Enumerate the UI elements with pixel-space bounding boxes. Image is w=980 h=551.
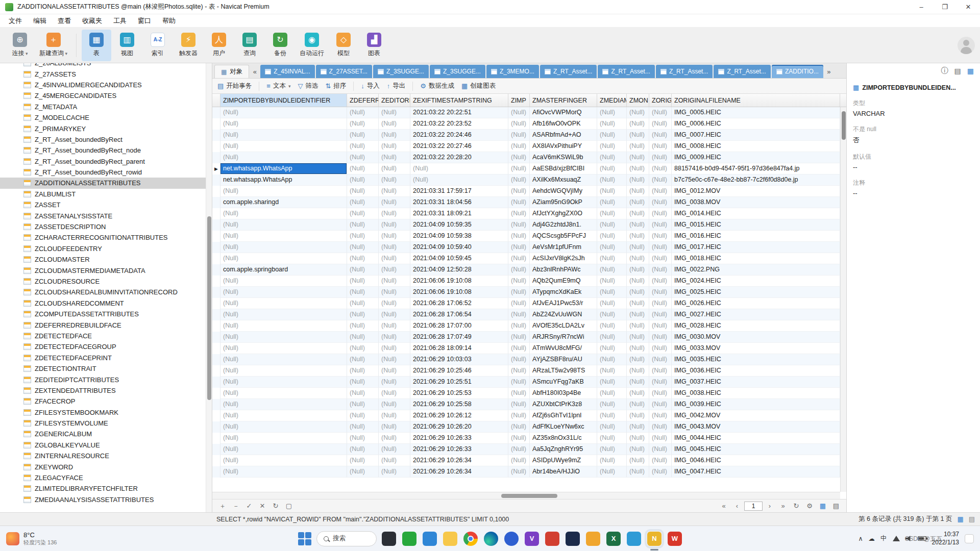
grid-cell[interactable]: (Null) [649,332,672,343]
grid-cell[interactable]: (Null) [597,365,627,377]
table-row[interactable]: (Null)(Null)(Null)2021:06:29 10:25:46(Nu… [212,365,840,377]
grid-cell[interactable]: 2021:06:29 10:26:34 [410,466,508,478]
grid-cell[interactable]: (Null) [508,433,530,444]
model-button[interactable]: ◇模型 [329,30,358,61]
grid-cell[interactable]: (Null) [649,298,672,309]
grid-cell[interactable]: (Null) [220,208,347,219]
tab-table[interactable]: Z_3SUGGE... [430,65,485,78]
grid-cell[interactable]: (Null) [597,186,627,197]
apply-changes-button[interactable]: ✓ [243,502,255,510]
grid-cell[interactable]: 2021:04:09 12:50:28 [410,264,508,276]
grid-cell[interactable]: (Null) [597,298,627,309]
grid-cell[interactable]: (Null) [508,208,530,219]
grid-cell[interactable]: (Null) [627,309,649,320]
grid-cell[interactable]: (Null) [410,163,508,174]
grid-cell[interactable]: IMG_0016.HEIC [672,231,840,242]
sidebar-item-table[interactable]: ZDETECTIONTRAIT [0,363,206,374]
table-row[interactable]: (Null)(Null)(Null)2021:04:09 10:59:45(Nu… [212,253,840,264]
grid-cell[interactable]: 2021:03:22 20:28:20 [410,152,508,163]
grid-cell[interactable]: (Null) [508,320,530,332]
grid-cell[interactable]: (Null) [379,163,410,174]
sidebar-item-table[interactable]: ZASSETDESCRIPTION [0,221,206,232]
grid-cell[interactable]: (Null) [649,421,672,433]
grid-cell[interactable]: (Null) [347,354,379,365]
grid-cell[interactable]: 2021:06:29 10:26:12 [410,410,508,421]
table-row[interactable]: (Null)(Null)(Null)2021:06:28 17:07:49(Nu… [212,332,840,343]
grid-cell[interactable]: IMG_0008.HEIC [672,141,840,152]
grid-cell[interactable]: (Null) [649,186,672,197]
grid-cell[interactable]: 2021:03:22 20:27:46 [410,141,508,152]
table-row[interactable]: (Null)(Null)(Null)2021:03:22 20:28:20(Nu… [212,152,840,163]
grid-cell[interactable]: (Null) [379,197,410,208]
table-row[interactable]: ▶net.whatsapp.WhatsApp(Null)(Null)(Null)… [212,163,840,174]
grid-cell[interactable]: AfJvEAJ1Pwc53/r [530,298,597,309]
grid-cell[interactable]: ASARbfmAd+AO [530,130,597,141]
grid-cell[interactable]: (Null) [627,354,649,365]
grid-cell[interactable]: (Null) [379,421,410,433]
grid-cell[interactable]: (Null) [597,152,627,163]
grid-cell[interactable]: IMG_0022.PNG [672,264,840,276]
grid-cell[interactable]: (Null) [508,365,530,377]
grid-cell[interactable]: (Null) [597,276,627,287]
grid-cell[interactable]: ATypqmcXdKaEk [530,287,597,298]
sidebar-item-table[interactable]: ZGLOBALKEYVALUE [0,440,206,450]
grid-cell[interactable]: (Null) [347,253,379,264]
grid-cell[interactable]: (Null) [347,433,379,444]
column-header[interactable]: ZMEDIAM [597,94,627,107]
grid-cell[interactable]: (Null) [627,377,649,388]
grid-cell[interactable]: (Null) [508,130,530,141]
grid-cell[interactable]: (Null) [379,174,410,186]
sidebar-item-table[interactable]: Z_RT_Asset_boundedByRect_rowid [0,167,206,178]
column-header[interactable]: ZIMP [508,94,530,107]
discard-changes-button[interactable]: ✕ [256,502,268,510]
grid-cell[interactable]: IMG_0039.HEIC [672,399,840,410]
grid-cell[interactable]: (Null) [379,253,410,264]
grid-cell[interactable]: (Null) [627,242,649,253]
tab-table[interactable]: Z_RT_Asset... [714,65,770,78]
grid-cell[interactable]: IMG_0042.MOV [672,410,840,421]
grid-cell[interactable]: (Null) [649,354,672,365]
grid-cell[interactable]: 2021:04:09 10:59:35 [410,219,508,231]
grid-cell[interactable]: IMG_0038.HEIC [672,388,840,399]
grid-cell[interactable]: (Null) [220,298,347,309]
table-row[interactable]: (Null)(Null)(Null)2021:04:09 10:59:40(Nu… [212,242,840,253]
start-button[interactable] [298,532,311,545]
grid-cell[interactable]: AeVsMr1pfUFnm [530,242,597,253]
table-row[interactable]: (Null)(Null)(Null)2021:06:29 10:26:34(Nu… [212,466,840,478]
tab-table[interactable]: ZADDITIO... [772,65,823,78]
grid-cell[interactable]: (Null) [220,219,347,231]
grid-cell[interactable]: (Null) [649,208,672,219]
sidebar-item-table[interactable]: ZINTERNALRESOURCE [0,450,206,461]
menu-item[interactable]: 查看 [52,15,77,27]
sidebar-scrollbar[interactable] [206,63,212,512]
grid-cell[interactable]: IMG_0046.HEIC [672,455,840,466]
table-row[interactable]: (Null)(Null)(Null)2021:06:29 10:26:33(Nu… [212,433,840,444]
grid-cell[interactable]: (Null) [379,343,410,354]
vscode-icon[interactable] [423,532,437,546]
column-header[interactable]: ZORIG [649,94,672,107]
table-row[interactable]: (Null)(Null)(Null)2021:06:28 17:06:54(Nu… [212,309,840,320]
grid-cell[interactable]: 2021:06:29 10:25:58 [410,399,508,410]
grid-cell[interactable]: (Null) [597,174,627,186]
grid-cell[interactable]: (Null) [627,186,649,197]
grid-cell[interactable]: (Null) [379,231,410,242]
grid-view-icon[interactable]: ▦ [967,67,974,75]
grid-cell[interactable]: (Null) [508,421,530,433]
sidebar-item-table[interactable]: ZADDITIONALASSETATTRIBUTES [0,178,206,188]
first-page-button[interactable]: « [718,502,730,510]
grid-cell[interactable]: IMG_0044.HEIC [672,433,840,444]
grid-cell[interactable]: (Null) [220,410,347,421]
sidebar-item-table[interactable]: ZLEGACYFACE [0,472,206,483]
grid-cell[interactable]: (Null) [347,152,379,163]
grid-cell[interactable]: (Null) [597,107,627,118]
terminal-app-icon[interactable] [382,532,396,546]
grid-cell[interactable]: (Null) [379,444,410,455]
edge-icon[interactable] [484,532,498,546]
sidebar-item-table[interactable]: Z_METADATA [0,102,206,112]
grid-cell[interactable]: (Null) [347,197,379,208]
chevron-up-icon[interactable]: ∧ [858,535,863,542]
grid-cell[interactable]: (Null) [627,399,649,410]
grid-cell[interactable]: (Null) [347,399,379,410]
grid-cell[interactable]: IMG_0014.HEIC [672,208,840,219]
grid-cell[interactable]: 2021:04:09 10:59:40 [410,242,508,253]
